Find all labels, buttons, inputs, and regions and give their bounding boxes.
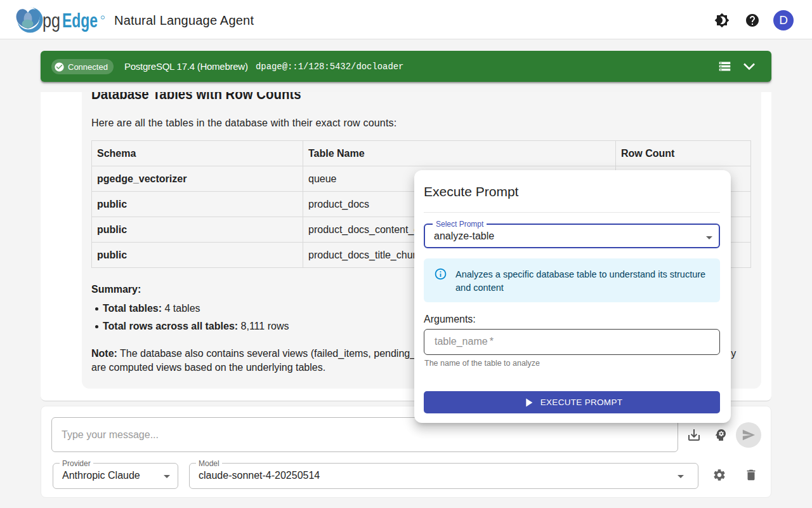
svg-text:pg: pg <box>43 10 60 32</box>
svg-text:Edge: Edge <box>62 10 98 32</box>
